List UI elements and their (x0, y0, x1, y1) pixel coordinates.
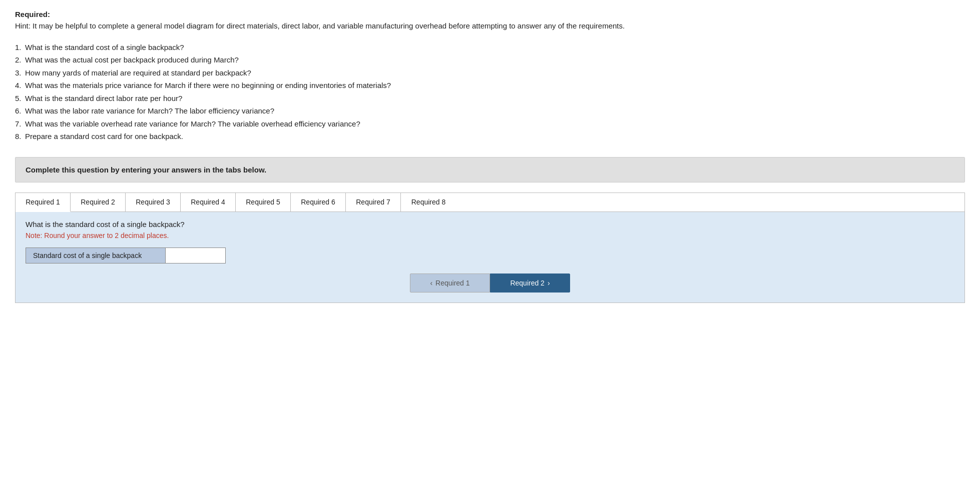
tab-required-5[interactable]: Required 5 (236, 193, 291, 212)
prev-button[interactable]: ‹ Required 1 (410, 274, 490, 292)
question-num-6: 6. (15, 104, 22, 118)
question-num-5: 5. (15, 92, 22, 105)
tab-required-2[interactable]: Required 2 (71, 193, 126, 212)
question-text-7: What was the variable overhead rate vari… (25, 120, 360, 128)
input-row: Standard cost of a single backpack (26, 248, 954, 264)
tabs-container: Required 1 Required 2 Required 3 Require… (15, 192, 965, 303)
question-item-4: 4.What was the materials price variance … (15, 79, 965, 92)
tab-question: What is the standard cost of a single ba… (26, 220, 954, 228)
tab-required-3[interactable]: Required 3 (126, 193, 181, 212)
required-heading: Required: (15, 10, 965, 18)
question-item-1: 1.What is the standard cost of a single … (15, 41, 965, 54)
question-item-2: 2.What was the actual cost per backpack … (15, 54, 965, 66)
question-text-3: How many yards of material are required … (25, 68, 251, 77)
prev-button-label: Required 1 (435, 279, 470, 287)
nav-buttons: ‹ Required 1 Required 2 › (26, 274, 954, 292)
tab-note: Note: Round your answer to 2 decimal pla… (26, 232, 954, 240)
question-item-3: 3.How many yards of material are require… (15, 66, 965, 80)
question-text-1: What is the standard cost of a single ba… (25, 43, 184, 52)
prev-chevron-icon: ‹ (430, 279, 432, 287)
question-text-2: What was the actual cost per backpack pr… (25, 56, 239, 64)
next-chevron-icon: › (548, 279, 550, 287)
question-num-3: 3. (15, 66, 22, 80)
question-text-5: What is the standard direct labor rate p… (25, 94, 182, 102)
question-num-2: 2. (15, 54, 22, 66)
question-text-6: What was the labor rate variance for Mar… (25, 106, 274, 115)
next-button-label: Required 2 (510, 279, 545, 287)
input-label: Standard cost of a single backpack (26, 248, 166, 264)
hint-text: Hint: It may be helpful to complete a ge… (15, 20, 965, 32)
next-button[interactable]: Required 2 › (490, 274, 570, 292)
tabs-row: Required 1 Required 2 Required 3 Require… (16, 193, 964, 212)
questions-list: 1.What is the standard cost of a single … (15, 41, 965, 143)
question-num-4: 4. (15, 79, 22, 92)
question-num-1: 1. (15, 41, 22, 54)
tab-required-1[interactable]: Required 1 (16, 193, 71, 212)
question-num-7: 7. (15, 118, 22, 130)
question-num-8: 8. (15, 130, 22, 143)
standard-cost-input[interactable] (166, 248, 226, 264)
question-item-6: 6.What was the labor rate variance for M… (15, 104, 965, 118)
question-item-7: 7.What was the variable overhead rate va… (15, 118, 965, 130)
question-text-4: What was the materials price variance fo… (25, 81, 391, 90)
complete-box-text: Complete this question by entering your … (26, 166, 954, 174)
tab-required-7[interactable]: Required 7 (346, 193, 401, 212)
question-text-8: Prepare a standard cost card for one bac… (25, 132, 183, 140)
tab-required-6[interactable]: Required 6 (291, 193, 346, 212)
question-item-8: 8.Prepare a standard cost card for one b… (15, 130, 965, 143)
tab-required-4[interactable]: Required 4 (181, 193, 236, 212)
tab-required-8[interactable]: Required 8 (401, 193, 456, 212)
complete-box: Complete this question by entering your … (15, 157, 965, 182)
tab-content-area: What is the standard cost of a single ba… (16, 212, 964, 302)
question-item-5: 5.What is the standard direct labor rate… (15, 92, 965, 105)
